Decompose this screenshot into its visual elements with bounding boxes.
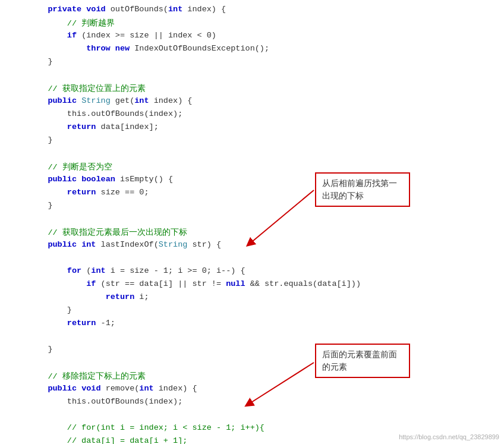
annotation-box-1: 从后相前遍历找第一出现的下标 bbox=[315, 172, 410, 207]
code-lines: private void outOfBounds(int index) { //… bbox=[0, 5, 504, 444]
code-line bbox=[0, 332, 504, 345]
code-line: public boolean isEmpty() { bbox=[0, 175, 504, 188]
code-line: return data[index]; bbox=[0, 122, 504, 136]
code-line bbox=[0, 149, 504, 162]
code-line: } bbox=[0, 306, 504, 319]
code-line: public int lastIndexOf(String str) { bbox=[0, 240, 504, 253]
code-line: return i; bbox=[0, 292, 504, 306]
code-line: if (str == data[i] || str != null && str… bbox=[0, 279, 504, 292]
code-line: if (index >= size || index < 0) bbox=[0, 31, 504, 44]
code-area: private void outOfBounds(int index) { //… bbox=[0, 0, 504, 444]
annotation-box-2: 后面的元素覆盖前面的元素 bbox=[315, 344, 410, 378]
code-line: // 移除指定下标上的元素 bbox=[0, 371, 504, 384]
code-line: // 判断越界 bbox=[0, 18, 504, 31]
code-line: throw new IndexOutOfBoundsException(); bbox=[0, 44, 504, 57]
code-line: // 判断是否为空 bbox=[0, 162, 504, 175]
code-line bbox=[0, 70, 504, 83]
code-line bbox=[0, 214, 504, 227]
code-line: private void outOfBounds(int index) { bbox=[0, 5, 504, 18]
code-line: } bbox=[0, 201, 504, 214]
code-line bbox=[0, 253, 504, 266]
code-line: public void remove(int index) { bbox=[0, 384, 504, 397]
code-line bbox=[0, 410, 504, 423]
code-line: // 获取指定元素最后一次出现的下标 bbox=[0, 227, 504, 240]
code-line: for (int i = size - 1; i >= 0; i--) { bbox=[0, 266, 504, 279]
code-line: public String get(int index) { bbox=[0, 96, 504, 109]
code-line: } bbox=[0, 136, 504, 149]
code-line: } bbox=[0, 57, 504, 70]
code-line: this.outOfBounds(index); bbox=[0, 109, 504, 122]
watermark: https://blog.csdn.net/qq_23829899 bbox=[399, 433, 499, 440]
code-line bbox=[0, 358, 504, 371]
code-line: // 获取指定位置上的元素 bbox=[0, 83, 504, 96]
code-line: return size == 0; bbox=[0, 188, 504, 201]
code-line: this.outOfBounds(index); bbox=[0, 397, 504, 410]
code-line: } bbox=[0, 345, 504, 358]
code-line: return -1; bbox=[0, 319, 504, 332]
